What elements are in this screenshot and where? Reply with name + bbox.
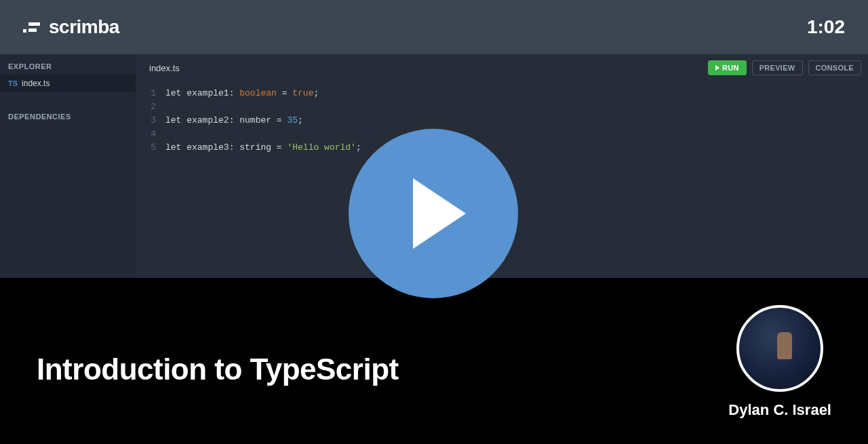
brand-name: scrimba xyxy=(49,16,119,38)
brand-logo[interactable]: scrimba xyxy=(23,16,119,38)
console-button-label: CONSOLE xyxy=(816,64,854,72)
lesson-title: Introduction to TypeScript xyxy=(37,352,399,386)
play-video-button[interactable] xyxy=(349,129,518,298)
svg-rect-2 xyxy=(28,28,37,32)
lesson-info-panel: Introduction to TypeScript Dylan C. Isra… xyxy=(0,278,868,444)
sidebar-dependencies-label: DEPENDENCIES xyxy=(0,104,136,125)
file-item-index-ts[interactable]: TS index.ts xyxy=(0,75,136,92)
code-editor[interactable]: 12345 let example1: boolean = true; let … xyxy=(136,81,868,155)
play-icon xyxy=(715,65,719,70)
author-name: Dylan C. Israel xyxy=(728,401,831,419)
code-content: let example1: boolean = true; let exampl… xyxy=(165,87,361,155)
editor-header: index.ts RUN PREVIEW CONSOLE xyxy=(136,54,868,81)
author-avatar[interactable] xyxy=(736,305,823,392)
console-button[interactable]: CONSOLE xyxy=(808,60,862,75)
run-button[interactable]: RUN xyxy=(708,60,747,75)
editor-button-group: RUN PREVIEW CONSOLE xyxy=(708,60,861,75)
timecode: 1:02 xyxy=(807,16,845,38)
preview-button-label: PREVIEW xyxy=(760,64,795,72)
brand-mark-icon xyxy=(23,20,41,34)
run-button-label: RUN xyxy=(722,64,739,72)
tab-index-ts[interactable]: index.ts xyxy=(149,63,180,73)
preview-button[interactable]: PREVIEW xyxy=(752,60,803,75)
top-bar: scrimba 1:02 xyxy=(0,0,868,54)
sidebar-explorer-label: EXPLORER xyxy=(0,54,136,75)
author-box: Dylan C. Israel xyxy=(728,305,831,419)
line-gutter: 12345 xyxy=(136,87,165,155)
sidebar: EXPLORER TS index.ts DEPENDENCIES xyxy=(0,54,136,278)
file-name: index.ts xyxy=(22,79,50,88)
svg-rect-0 xyxy=(23,29,26,33)
svg-rect-1 xyxy=(28,22,40,26)
play-icon xyxy=(413,178,466,249)
ts-badge-icon: TS xyxy=(8,79,18,87)
